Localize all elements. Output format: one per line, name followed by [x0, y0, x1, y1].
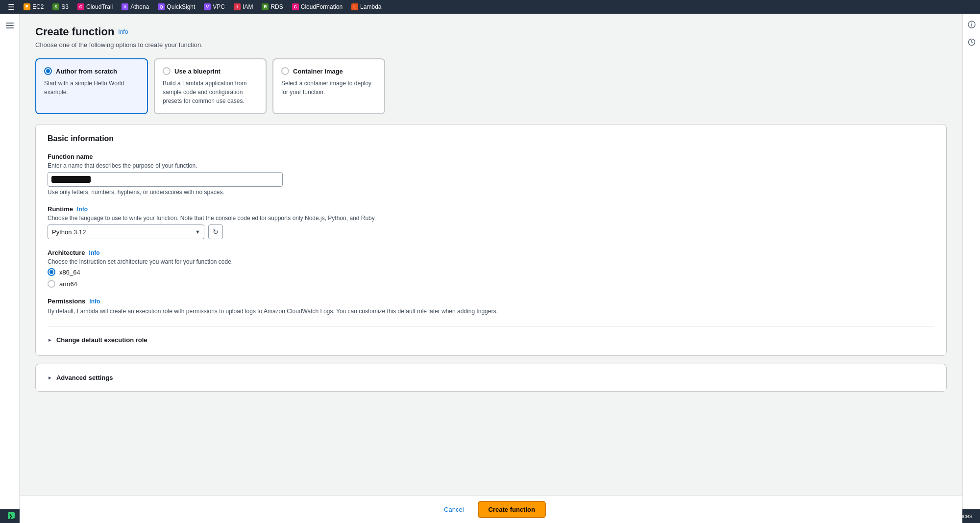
- architecture-label: Architecture Info: [48, 249, 934, 256]
- page-wrapper: Create function Info Choose one of the f…: [0, 14, 980, 523]
- radio-outer-x86_64: [48, 268, 55, 276]
- left-sidebar: [0, 14, 20, 523]
- advanced-settings-toggle[interactable]: ► Advanced settings: [48, 372, 934, 383]
- page-title: Create function: [35, 25, 114, 38]
- nav-service-athena[interactable]: AAthena: [118, 2, 153, 11]
- permissions-group: Permissions Info By default, Lambda will…: [48, 298, 934, 316]
- top-navigation: ☰ EEC2SS3CCloudTrailAAthenaQQuickSightVV…: [0, 0, 980, 14]
- nav-service-ec2[interactable]: EEC2: [20, 2, 48, 11]
- runtime-row: Node.js 20.xNode.js 18.xPython 3.12Pytho…: [48, 224, 934, 239]
- athena-icon: A: [122, 3, 128, 10]
- chevron-right-icon: ►: [48, 337, 52, 343]
- page-subtitle: Choose one of the following options to c…: [35, 41, 947, 49]
- option-card-desc-author-from-scratch: Start with a simple Hello World example.: [44, 79, 139, 97]
- svg-text:i: i: [971, 22, 972, 27]
- architecture-hint: Choose the instruction set architecture …: [48, 258, 934, 265]
- runtime-hint: Choose the language to use to write your…: [48, 215, 934, 222]
- advanced-settings-section: ► Advanced settings: [35, 364, 947, 392]
- permissions-description: By default, Lambda will create an execut…: [48, 307, 934, 316]
- basic-info-section: Basic information Function name Enter a …: [35, 124, 947, 356]
- runtime-select-wrapper: Node.js 20.xNode.js 18.xPython 3.12Pytho…: [48, 224, 204, 239]
- advanced-settings-label: Advanced settings: [56, 374, 113, 381]
- nav-service-quicksight[interactable]: QQuickSight: [154, 2, 199, 11]
- divider: [48, 326, 934, 326]
- option-card-header-container-image: Container image: [281, 67, 376, 75]
- option-card-container-image[interactable]: Container image Select a container image…: [272, 58, 385, 114]
- vpc-icon: V: [204, 3, 211, 10]
- lambda-icon: L: [351, 3, 358, 10]
- function-name-note: Use only letters, numbers, hyphens, or u…: [48, 189, 934, 196]
- cloudformation-icon: C: [292, 3, 299, 10]
- iam-icon: I: [234, 3, 241, 10]
- basic-info-title: Basic information: [48, 134, 934, 143]
- sidebar-menu-button[interactable]: [2, 18, 18, 33]
- runtime-label: Runtime Info: [48, 205, 934, 213]
- arch-radio-x86_64[interactable]: x86_64: [48, 268, 934, 276]
- radio-container-image: [281, 67, 289, 75]
- info-link[interactable]: Info: [118, 28, 128, 35]
- runtime-info-link[interactable]: Info: [77, 206, 88, 213]
- option-card-title-container-image: Container image: [293, 68, 343, 75]
- change-execution-role-label: Change default execution role: [56, 336, 147, 344]
- radio-outer-arm64: [48, 280, 55, 288]
- ec2-icon: E: [24, 3, 30, 10]
- nav-service-vpc[interactable]: VVPC: [200, 2, 229, 11]
- arch-label-arm64: arm64: [59, 280, 77, 288]
- option-cards-container: Author from scratch Start with a simple …: [35, 58, 947, 114]
- function-name-label: Function name: [48, 153, 934, 160]
- svg-text:❯_: ❯_: [9, 514, 15, 519]
- nav-service-iam[interactable]: IIAM: [230, 2, 257, 11]
- option-card-use-a-blueprint[interactable]: Use a blueprint Build a Lambda applicati…: [154, 58, 267, 114]
- rds-icon: R: [262, 3, 269, 10]
- nav-service-lambda[interactable]: LLambda: [347, 2, 385, 11]
- s3-icon: S: [52, 3, 59, 10]
- runtime-group: Runtime Info Choose the language to use …: [48, 205, 934, 239]
- radio-author-from-scratch: [44, 67, 52, 75]
- cancel-button[interactable]: Cancel: [436, 503, 471, 516]
- option-card-header-use-a-blueprint: Use a blueprint: [163, 67, 258, 75]
- nav-service-s3[interactable]: SS3: [49, 2, 73, 11]
- function-name-input[interactable]: [48, 172, 283, 187]
- hamburger-menu[interactable]: ☰: [4, 1, 19, 13]
- radio-use-a-blueprint: [163, 67, 171, 75]
- nav-service-rds[interactable]: RRDS: [258, 2, 287, 11]
- quicksight-icon: Q: [158, 3, 165, 10]
- option-card-title-use-a-blueprint: Use a blueprint: [174, 68, 220, 75]
- cloudshell-icon: ❯_: [8, 512, 15, 521]
- cloudtrail-icon: C: [77, 3, 84, 10]
- svg-rect-2: [6, 27, 14, 28]
- option-card-desc-container-image: Select a container image to deploy for y…: [281, 79, 376, 97]
- nav-service-cloudtrail[interactable]: CCloudTrail: [74, 2, 117, 11]
- option-card-title-author-from-scratch: Author from scratch: [56, 68, 117, 75]
- arch-label-x86_64: x86_64: [59, 269, 80, 276]
- option-card-author-from-scratch[interactable]: Author from scratch Start with a simple …: [35, 58, 148, 114]
- architecture-info-link[interactable]: Info: [89, 249, 100, 256]
- svg-rect-0: [6, 23, 14, 24]
- arch-radio-arm64[interactable]: arm64: [48, 280, 934, 288]
- help-icon[interactable]: i: [965, 18, 979, 31]
- nav-service-cloudformation[interactable]: CCloudFormation: [288, 2, 346, 11]
- svg-rect-1: [6, 25, 14, 26]
- runtime-select[interactable]: Node.js 20.xNode.js 18.xPython 3.12Pytho…: [48, 224, 204, 239]
- permissions-label: Permissions Info: [48, 298, 934, 305]
- page-header: Create function Info: [35, 25, 947, 38]
- architecture-group: Architecture Info Choose the instruction…: [48, 249, 934, 288]
- function-name-group: Function name Enter a name that describe…: [48, 153, 934, 196]
- permissions-info-link[interactable]: Info: [89, 298, 100, 305]
- create-function-button[interactable]: Create function: [478, 501, 546, 518]
- change-execution-role-toggle[interactable]: ► Change default execution role: [48, 334, 934, 346]
- refresh-button[interactable]: ↻: [208, 224, 223, 239]
- architecture-radio-group: x86_64 arm64: [48, 268, 934, 288]
- main-content: Create function Info Choose one of the f…: [20, 14, 962, 523]
- chevron-right-icon-advanced: ►: [48, 375, 52, 380]
- clock-icon[interactable]: [965, 35, 979, 49]
- right-panel: i: [962, 14, 980, 523]
- action-bar: Cancel Create function: [20, 496, 962, 523]
- function-name-hint: Enter a name that describes the purpose …: [48, 162, 934, 169]
- option-card-desc-use-a-blueprint: Build a Lambda application from sample c…: [163, 79, 258, 105]
- option-card-header-author-from-scratch: Author from scratch: [44, 67, 139, 75]
